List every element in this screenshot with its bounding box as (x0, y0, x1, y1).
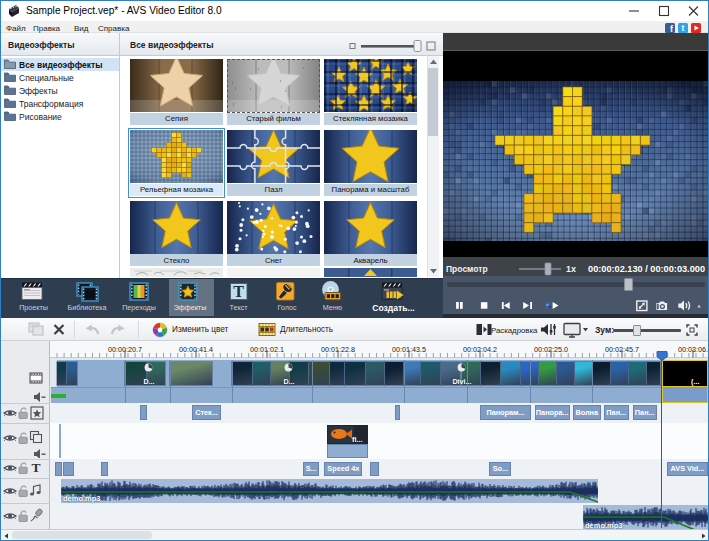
svg-text:T: T (233, 283, 244, 300)
svg-text:T: T (31, 460, 40, 474)
svg-text:t: t (682, 23, 685, 33)
